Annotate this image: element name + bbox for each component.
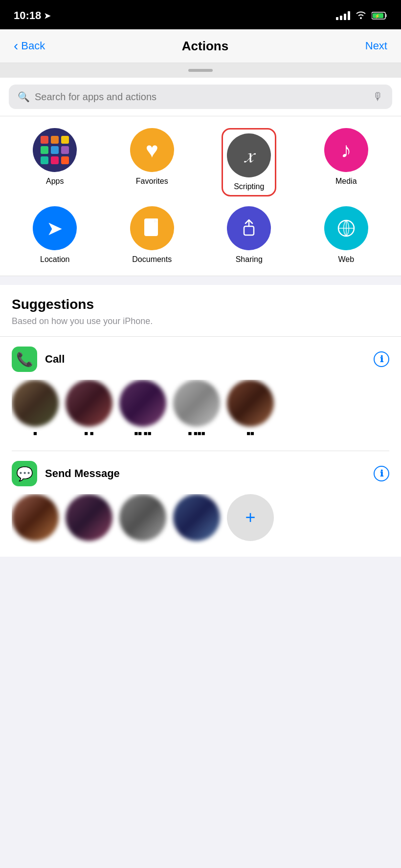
category-item-sharing[interactable]: Sharing bbox=[203, 206, 295, 264]
location-arrow-icon: ➤ bbox=[44, 11, 50, 21]
battery-icon: ⚡ bbox=[372, 11, 387, 20]
microphone-icon[interactable]: 🎙 bbox=[373, 90, 383, 103]
page-title: Actions bbox=[182, 39, 228, 54]
sheet-handle bbox=[188, 69, 213, 72]
media-label: Media bbox=[335, 177, 357, 186]
call-label: Call bbox=[45, 353, 65, 366]
msg-contact-plus[interactable]: + bbox=[227, 494, 274, 541]
category-item-scripting[interactable]: 𝑥 Scripting bbox=[203, 128, 295, 196]
media-icon: ♪ bbox=[324, 128, 368, 172]
favorites-icon: ♥ bbox=[130, 128, 174, 172]
suggestion-item-message: 💬 Send Message ℹ bbox=[12, 451, 389, 557]
category-grid: Apps ♥ Favorites 𝑥 Scripting ♪ Media bbox=[0, 116, 401, 276]
search-icon: 🔍 bbox=[18, 91, 30, 103]
contact-name-2: ■ ■ bbox=[84, 430, 93, 437]
scripting-highlight-border: 𝑥 Scripting bbox=[222, 128, 276, 196]
wifi-icon bbox=[355, 10, 367, 22]
svg-text:⚡: ⚡ bbox=[375, 13, 380, 19]
web-label: Web bbox=[338, 255, 354, 264]
signal-icon bbox=[336, 11, 350, 20]
nav-bar: ‹ Back Actions Next bbox=[0, 29, 401, 63]
svg-rect-6 bbox=[244, 226, 254, 235]
call-app-icon: 📞 bbox=[12, 347, 37, 372]
message-contacts-row: + bbox=[12, 494, 389, 545]
search-bar: 🔍 🎙 bbox=[9, 85, 392, 109]
avatar-3 bbox=[119, 380, 166, 427]
status-bar: 10:18 ➤ ⚡ bbox=[0, 0, 401, 29]
category-item-favorites[interactable]: ♥ Favorites bbox=[106, 128, 199, 196]
sharing-label: Sharing bbox=[236, 255, 263, 264]
category-item-location[interactable]: ➤ Location bbox=[9, 206, 101, 264]
sheet-handle-area bbox=[0, 63, 401, 78]
avatar-1 bbox=[12, 380, 59, 427]
next-button[interactable]: Next bbox=[365, 40, 387, 52]
contact-avatar-4[interactable]: ■ ■■■ bbox=[173, 380, 220, 437]
contact-avatar-5[interactable]: ■■ bbox=[227, 380, 274, 437]
contact-avatar-2[interactable]: ■ ■ bbox=[66, 380, 112, 437]
svg-rect-1 bbox=[385, 14, 387, 17]
suggestion-message-left: 💬 Send Message bbox=[12, 461, 120, 486]
location-icon: ➤ bbox=[33, 206, 77, 250]
category-item-documents[interactable]: Documents bbox=[106, 206, 199, 264]
message-info-button[interactable]: ℹ bbox=[374, 466, 389, 481]
contact-name-4: ■ ■■■ bbox=[188, 430, 205, 437]
msg-contact-4[interactable] bbox=[173, 494, 220, 541]
avatar-2 bbox=[66, 380, 112, 427]
scripting-label: Scripting bbox=[234, 182, 264, 191]
msg-avatar-2 bbox=[66, 494, 112, 541]
msg-avatar-1 bbox=[12, 494, 59, 541]
back-button[interactable]: ‹ Back bbox=[14, 38, 45, 54]
suggestions-section: Suggestions Based on how you use your iP… bbox=[0, 285, 401, 557]
message-app-icon: 💬 bbox=[12, 461, 37, 486]
scripting-icon: 𝑥 bbox=[227, 133, 271, 177]
status-time: 10:18 ➤ bbox=[14, 9, 50, 22]
plus-avatar: + bbox=[227, 494, 274, 541]
msg-contact-3[interactable] bbox=[119, 494, 166, 541]
apps-icon bbox=[33, 128, 77, 172]
contact-avatar-3[interactable]: ■■ ■■ bbox=[119, 380, 166, 437]
category-item-apps[interactable]: Apps bbox=[9, 128, 101, 196]
chevron-left-icon: ‹ bbox=[14, 38, 18, 54]
favorites-label: Favorites bbox=[136, 177, 168, 186]
message-label: Send Message bbox=[45, 467, 120, 480]
suggestion-item-call: 📞 Call ℹ ■ ■ ■ bbox=[12, 337, 389, 451]
status-icons: ⚡ bbox=[336, 10, 387, 22]
category-item-web[interactable]: Web bbox=[300, 206, 393, 264]
call-contacts-row: ■ ■ ■ ■■ ■■ ■ ■■■ bbox=[12, 380, 389, 441]
suggestion-call-left: 📞 Call bbox=[12, 347, 65, 372]
suggestion-message-header: 💬 Send Message ℹ bbox=[12, 461, 389, 486]
sharing-icon bbox=[227, 206, 271, 250]
msg-contact-2[interactable] bbox=[66, 494, 112, 541]
back-label: Back bbox=[21, 40, 45, 52]
contact-name-1: ■ bbox=[33, 430, 37, 437]
search-container: 🔍 🎙 bbox=[0, 78, 401, 116]
web-icon bbox=[324, 206, 368, 250]
category-item-media[interactable]: ♪ Media bbox=[300, 128, 393, 196]
apps-label: Apps bbox=[46, 177, 64, 186]
contact-name-3: ■■ ■■ bbox=[134, 430, 151, 437]
location-label: Location bbox=[40, 255, 70, 264]
documents-icon bbox=[130, 206, 174, 250]
avatar-4 bbox=[173, 380, 220, 427]
contact-name-5: ■■ bbox=[246, 430, 254, 437]
documents-label: Documents bbox=[132, 255, 172, 264]
main-content: 🔍 🎙 Apps bbox=[0, 78, 401, 868]
msg-avatar-4 bbox=[173, 494, 220, 541]
search-input[interactable] bbox=[35, 91, 368, 103]
svg-rect-5 bbox=[154, 218, 158, 222]
msg-avatar-3 bbox=[119, 494, 166, 541]
msg-contact-1[interactable] bbox=[12, 494, 59, 541]
suggestions-subtitle: Based on how you use your iPhone. bbox=[12, 316, 389, 326]
suggestions-title: Suggestions bbox=[12, 297, 389, 312]
call-info-button[interactable]: ℹ bbox=[374, 351, 389, 367]
contact-avatar-1[interactable]: ■ bbox=[12, 380, 59, 437]
avatar-5 bbox=[227, 380, 274, 427]
suggestion-call-header: 📞 Call ℹ bbox=[12, 347, 389, 372]
